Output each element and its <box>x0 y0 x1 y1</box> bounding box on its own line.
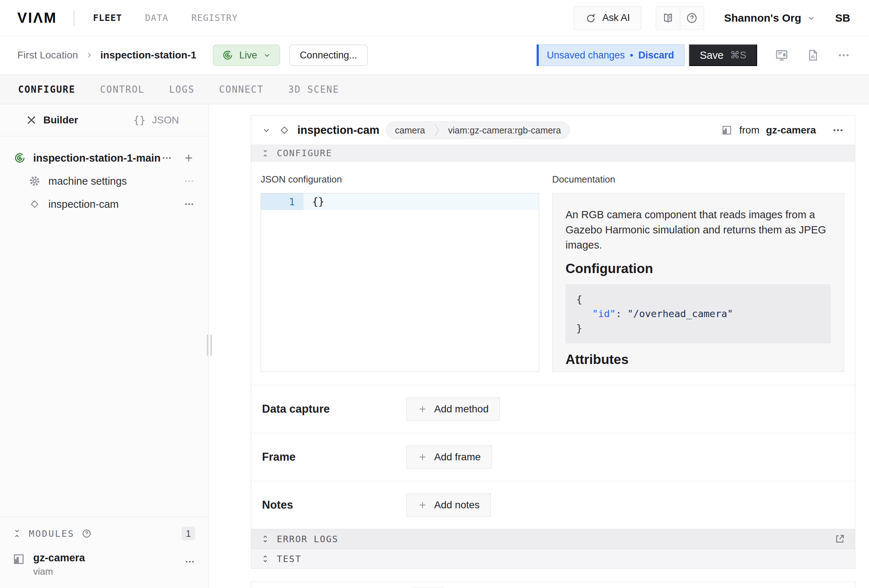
code-key: "id" <box>592 308 615 319</box>
machine-bar-icons <box>774 48 850 62</box>
save-label: Save <box>700 49 724 61</box>
config-sidebar: Builder {} JSON inspection-station-1-mai… <box>0 104 209 588</box>
more-options-icon[interactable] <box>184 176 194 187</box>
nav-item-fleet[interactable]: FLEET <box>93 13 122 23</box>
component-card-inspection-cam: inspection-cam camera viam:gz-camera:rgb… <box>251 116 855 569</box>
json-label: JSON <box>152 114 179 126</box>
org-name: Shannon's Org <box>724 12 802 24</box>
tree-item-inspection-cam[interactable]: inspection-cam <box>0 193 208 215</box>
tab-3d-scene[interactable]: 3D SCENE <box>288 84 339 95</box>
live-status-dropdown[interactable]: Live <box>213 45 280 66</box>
help-icon-group <box>656 6 704 30</box>
viam-logo[interactable]: VIΛM <box>17 10 57 26</box>
more-options-icon[interactable] <box>161 153 172 163</box>
primary-nav: FLEET DATA REGISTRY <box>93 13 238 23</box>
dot-separator: • <box>630 50 633 61</box>
more-options-icon[interactable] <box>184 199 194 210</box>
report-file-icon[interactable] <box>806 48 820 62</box>
external-link-icon[interactable] <box>834 533 845 544</box>
editor-line-content[interactable]: {} <box>304 193 539 210</box>
org-switcher[interactable]: Shannon's Org <box>724 12 816 24</box>
chevron-down-icon <box>263 51 271 59</box>
nav-item-registry[interactable]: REGISTRY <box>191 13 237 23</box>
add-notes-label: Add notes <box>434 499 480 511</box>
chevron-right-icon <box>85 51 93 59</box>
nav-item-data[interactable]: DATA <box>145 13 168 23</box>
frame-section: Frame Add frame <box>251 433 855 481</box>
tree-item-machine-settings[interactable]: machine settings <box>0 170 208 192</box>
help-icon[interactable] <box>680 7 704 29</box>
more-options-icon[interactable] <box>832 124 844 136</box>
main-part-name: inspection-station-1-main <box>33 152 160 164</box>
ai-sparkle-icon <box>585 12 596 24</box>
nav-divider <box>74 10 74 26</box>
sidebar-resize-handle[interactable] <box>207 335 212 356</box>
tab-configure[interactable]: CONFIGURE <box>18 84 76 95</box>
component-model: viam:gz-camera:rgb-camera <box>440 125 570 136</box>
machine-bar-actions: Unsaved changes • Discard Save ⌘S <box>537 44 850 66</box>
save-shortcut: ⌘S <box>730 49 746 61</box>
json-config-editor[interactable]: 1 {} <box>261 193 539 372</box>
configure-section-bar[interactable]: CONFIGURE <box>251 145 855 161</box>
machine-tabs: CONFIGURE CONTROL LOGS CONNECT 3D SCENE <box>0 75 869 104</box>
data-capture-label: Data capture <box>262 403 406 416</box>
navbar-right: Ask AI Shannon's Org <box>574 6 850 30</box>
more-options-icon[interactable] <box>837 49 850 62</box>
configure-bar-label: CONFIGURE <box>277 148 332 158</box>
tab-control[interactable]: CONTROL <box>100 84 145 95</box>
modules-header[interactable]: MODULES 1 <box>12 527 195 541</box>
json-mode-button[interactable]: {} JSON <box>104 104 209 136</box>
documentation-panel[interactable]: An RGB camera component that reads image… <box>552 193 844 372</box>
connection-status-button[interactable]: Connecting... <box>289 45 368 66</box>
builder-label: Builder <box>43 114 78 126</box>
module-icon <box>721 124 733 136</box>
notes-section: Notes Add notes <box>251 481 855 529</box>
add-notes-button[interactable]: Add notes <box>406 493 491 517</box>
documentation-label: Documentation <box>552 174 844 185</box>
discard-button[interactable]: Discard <box>638 50 674 61</box>
builder-json-toggle: Builder {} JSON <box>0 104 208 136</box>
breadcrumb-location[interactable]: First Location <box>17 49 78 61</box>
tab-logs[interactable]: LOGS <box>169 84 194 95</box>
diamond-icon <box>29 198 40 210</box>
modules-title: MODULES <box>29 529 74 539</box>
monitor-icon[interactable] <box>774 48 789 62</box>
test-section-bar[interactable]: TEST <box>251 549 855 569</box>
chevron-down-icon[interactable] <box>262 126 271 135</box>
from-module-name[interactable]: gz-camera <box>766 124 816 136</box>
tab-connect[interactable]: CONNECT <box>219 84 264 95</box>
live-label: Live <box>239 50 257 61</box>
frame-label: Frame <box>262 450 406 464</box>
user-avatar[interactable]: SB <box>835 12 850 24</box>
expand-icon <box>261 535 270 543</box>
builder-mode-button[interactable]: Builder <box>0 104 104 136</box>
module-list-item[interactable]: gz-camera viam <box>12 552 195 577</box>
error-logs-section-bar[interactable]: ERROR LOGS <box>251 529 855 549</box>
component-type-pill: camera viam:gz-camera:rgb-camera <box>386 121 570 139</box>
configure-content: JSON configuration 1 {} Documentation An… <box>251 161 855 385</box>
plus-icon <box>418 452 428 462</box>
tree-item-main-part[interactable]: inspection-station-1-main <box>0 147 208 169</box>
docs-book-icon[interactable] <box>656 7 680 29</box>
component-type: camera <box>386 125 433 136</box>
unsaved-changes-banner: Unsaved changes • Discard <box>537 44 685 66</box>
breadcrumb: First Location inspection-station-1 <box>17 49 196 61</box>
add-method-label: Add method <box>434 403 489 415</box>
add-frame-button[interactable]: Add frame <box>406 446 492 469</box>
component-name: inspection-cam <box>297 124 379 137</box>
save-button[interactable]: Save ⌘S <box>689 44 757 66</box>
broadcast-icon <box>14 152 26 164</box>
machine-settings-label: machine settings <box>48 175 127 187</box>
add-method-button[interactable]: Add method <box>406 397 500 421</box>
ask-ai-button[interactable]: Ask AI <box>574 6 641 30</box>
collapse-icon <box>261 149 270 158</box>
more-options-icon[interactable] <box>184 556 195 567</box>
module-card-header: gz-camera by viam module Registry <box>251 582 855 588</box>
add-component-icon[interactable] <box>183 152 194 164</box>
help-circle-icon[interactable] <box>82 529 92 539</box>
page-body: Builder {} JSON inspection-station-1-mai… <box>0 104 869 588</box>
machine-header-bar: First Location inspection-station-1 Live… <box>0 36 869 75</box>
code-close-brace: } <box>576 321 820 335</box>
editor-line-number: 1 <box>261 193 304 210</box>
inspection-cam-label: inspection-cam <box>48 198 119 210</box>
